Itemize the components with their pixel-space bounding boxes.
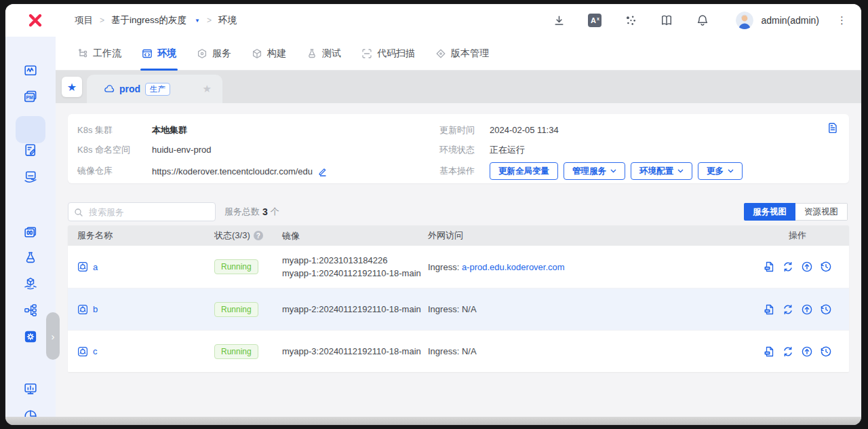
service-icon [77, 261, 88, 272]
favorites-filter-button[interactable]: ★ [62, 77, 82, 97]
tab-code-scan[interactable]: 代码扫描 [361, 37, 415, 70]
service-name-link[interactable]: b [93, 304, 98, 314]
table-row: a Running myapp-1:20231013184226 myapp-1… [68, 246, 849, 288]
yaml-file-icon[interactable] [763, 303, 775, 316]
update-global-vars-button[interactable]: 更新全局变量 [490, 162, 558, 180]
sidebar-system-monitor-icon[interactable] [23, 381, 39, 397]
tab-label: 测试 [322, 48, 341, 60]
download-icon[interactable] [551, 13, 566, 28]
tab-environments[interactable]: 环境 [142, 37, 176, 70]
yaml-file-icon[interactable] [763, 346, 775, 358]
update-icon[interactable] [801, 261, 813, 273]
env-yaml-doc-icon[interactable] [827, 122, 838, 134]
view-toggle: 服务视图 资源视图 [744, 203, 848, 221]
breadcrumb-current: 环境 [218, 14, 237, 26]
total-count: 3 [262, 206, 268, 217]
resource-view-button[interactable]: 资源视图 [795, 203, 848, 221]
sidebar-settings-icon[interactable] [23, 329, 39, 345]
col-image: 镜像 [282, 229, 428, 242]
manage-services-button[interactable]: 管理服务 [564, 162, 625, 180]
breadcrumb-projects[interactable]: 项目 [75, 14, 93, 26]
update-icon[interactable] [801, 346, 813, 358]
sidebar-resources-icon[interactable] [23, 303, 39, 318]
sidebar-release-center-icon[interactable] [23, 276, 39, 292]
more-actions-button[interactable]: 更多 [698, 162, 743, 180]
button-label: 更新全局变量 [498, 166, 549, 177]
star-filled-icon: ★ [67, 81, 77, 94]
tab-label: 代码扫描 [377, 48, 415, 60]
search-input[interactable] [87, 204, 211, 220]
edit-pencil-icon[interactable] [317, 166, 328, 176]
tab-version-management[interactable]: 版本管理 [435, 37, 489, 70]
env-config-button[interactable]: 环境配置 [631, 162, 692, 180]
environment-tab-prod[interactable]: prod 生产 ★ [87, 75, 222, 103]
chevron-down-icon [728, 169, 734, 173]
language-icon[interactable]: Ax [587, 13, 602, 28]
sidebar-projects-icon[interactable]: PM [22, 89, 39, 105]
sidebar-delivery-icon[interactable] [23, 170, 39, 185]
tab-builds[interactable]: 构建 [252, 37, 286, 70]
yaml-file-icon[interactable] [763, 261, 775, 273]
ingress-link[interactable]: a-prod.edu.koderover.com [462, 262, 565, 272]
sidebar-status-icon[interactable] [23, 63, 39, 79]
ingress-value: N/A [462, 346, 477, 356]
restart-icon[interactable] [782, 261, 794, 273]
sidebar-quality-flask-icon[interactable] [23, 250, 39, 266]
history-icon[interactable] [820, 303, 832, 316]
sidebar-artifacts-icon[interactable] [23, 225, 39, 241]
services-table: 服务名称 状态(3/3) ? 镜像 外网访问 操作 a Running [68, 225, 849, 372]
service-view-button[interactable]: 服务视图 [744, 203, 795, 221]
more-menu-kebab-icon[interactable]: ⋮ [837, 14, 846, 26]
table-row: c Running myapp-3:20240112192110-18-main… [68, 330, 849, 372]
total-label: 服务总数 [224, 206, 260, 218]
tab-label: 服务 [212, 48, 231, 60]
tab-tests[interactable]: 测试 [307, 37, 341, 70]
tab-label: 构建 [267, 48, 286, 60]
sidebar-release-plan-icon[interactable] [23, 143, 39, 158]
ingress-value: N/A [462, 304, 477, 314]
breadcrumb-project-name[interactable]: 基于ingress的灰度 [111, 14, 186, 26]
service-icon [77, 346, 88, 357]
status-badge: Running [214, 302, 258, 317]
user-menu[interactable]: admin(admin) [736, 12, 819, 29]
production-badge: 生产 [145, 83, 170, 96]
tab-label: 工作流 [93, 48, 121, 60]
project-nav: 工作流 环境 服务 构建 测试 [56, 37, 861, 71]
nodes-icon[interactable] [623, 13, 638, 28]
environment-name: prod [119, 83, 140, 94]
history-icon[interactable] [820, 346, 832, 358]
basic-ops-label: 基本操作 [439, 165, 490, 177]
cluster-value: 本地集群 [152, 124, 187, 136]
sidebar-active-highlight [16, 116, 45, 143]
breadcrumb-separator: > [100, 16, 104, 25]
star-outline-icon[interactable]: ★ [203, 83, 212, 95]
total-unit: 个 [271, 206, 279, 218]
sidebar: PM [5, 37, 56, 417]
service-name-link[interactable]: a [93, 262, 98, 272]
status-help-icon[interactable]: ? [254, 231, 263, 240]
chevron-down-icon [677, 169, 684, 173]
restart-icon[interactable] [782, 346, 794, 358]
search-box [68, 202, 216, 221]
status-badge: Running [214, 344, 258, 359]
tab-label: 版本管理 [451, 48, 489, 60]
image-line: myapp-1:20240112192110-18-main [282, 267, 428, 280]
cloud-icon [104, 85, 115, 93]
update-icon[interactable] [801, 303, 813, 316]
notifications-bell-icon[interactable] [695, 13, 710, 28]
image-line: myapp-1:20231013184226 [282, 254, 428, 267]
updated-label: 更新时间 [439, 124, 490, 136]
sidebar-collapse-handle[interactable]: › [46, 312, 60, 360]
col-operations: 操作 [746, 229, 849, 242]
restart-icon[interactable] [782, 303, 794, 316]
breadcrumb-separator: > [207, 16, 212, 25]
tab-workflows[interactable]: 工作流 [77, 37, 121, 70]
topbar-actions: Ax [530, 4, 846, 37]
table-header: 服务名称 状态(3/3) ? 镜像 外网访问 操作 [68, 225, 849, 246]
button-label: 管理服务 [572, 166, 606, 177]
docs-book-icon[interactable] [659, 13, 674, 28]
tab-services[interactable]: 服务 [197, 37, 231, 70]
history-icon[interactable] [820, 261, 832, 273]
project-switch-caret-icon[interactable]: ▼ [195, 18, 200, 24]
service-name-link[interactable]: c [93, 346, 98, 356]
